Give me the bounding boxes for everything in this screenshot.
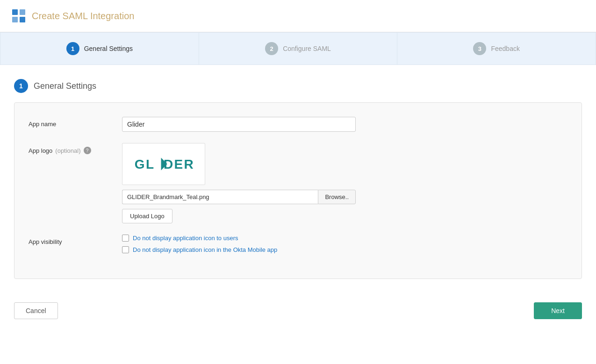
next-button[interactable]: Next (534, 302, 582, 319)
step-1[interactable]: 1 General Settings (0, 33, 199, 64)
app-visibility-control: Do not display application icon to users… (122, 235, 567, 253)
app-logo-row: App logo (optional) ? GL DER Br (29, 143, 567, 223)
svg-text:GL: GL (135, 157, 155, 171)
logo-preview: GL DER (122, 143, 205, 185)
visibility-checkbox-1[interactable] (122, 235, 129, 242)
svg-rect-0 (12, 9, 18, 15)
svg-text:DER: DER (164, 157, 194, 171)
section-header: 1 General Settings (14, 79, 582, 93)
checkbox-row-2: Do not display application icon in the O… (122, 246, 567, 253)
visibility-checkbox-2-label[interactable]: Do not display application icon in the O… (133, 246, 277, 253)
form-card: App name App logo (optional) ? GL DER (14, 102, 582, 279)
svg-rect-2 (12, 17, 18, 22)
step-1-number: 1 (66, 42, 79, 55)
app-name-input[interactable] (122, 117, 356, 132)
steps-bar: 1 General Settings 2 Configure SAML 3 Fe… (0, 32, 596, 65)
svg-rect-3 (20, 17, 25, 22)
app-logo-label: App logo (optional) ? (29, 143, 122, 154)
section-number: 1 (14, 79, 28, 93)
app-name-row: App name (29, 117, 567, 132)
step-3[interactable]: 3 Feedback (397, 33, 596, 64)
browse-button[interactable]: Browse.. (318, 190, 356, 204)
app-visibility-row: App visibility Do not display applicatio… (29, 235, 567, 253)
glider-logo-svg: GL DER (131, 152, 196, 176)
step-2-number: 2 (265, 42, 278, 55)
visibility-checkbox-2[interactable] (122, 246, 129, 253)
cancel-button[interactable]: Cancel (14, 302, 58, 319)
okta-logo-icon (11, 8, 26, 23)
checkbox-row-1: Do not display application icon to users (122, 235, 567, 242)
footer-actions: Cancel Next (0, 293, 596, 328)
optional-text: (optional) (55, 147, 80, 154)
section-title: General Settings (34, 81, 96, 91)
page-title: Create SAML Integration (32, 11, 134, 21)
step-3-label: Feedback (491, 45, 519, 52)
file-name-input[interactable] (122, 190, 318, 204)
app-visibility-label: App visibility (29, 235, 122, 245)
step-2[interactable]: 2 Configure SAML (199, 33, 398, 64)
page-header: Create SAML Integration (0, 0, 596, 32)
step-1-label: General Settings (84, 45, 133, 52)
upload-logo-button[interactable]: Upload Logo (122, 209, 172, 223)
step-3-number: 3 (473, 42, 486, 55)
help-icon[interactable]: ? (84, 147, 91, 154)
file-input-row: Browse.. (122, 190, 356, 204)
svg-rect-1 (20, 9, 25, 15)
visibility-checkbox-1-label[interactable]: Do not display application icon to users (133, 235, 238, 242)
app-logo-control: GL DER Browse.. Upload Logo (122, 143, 567, 223)
app-name-control (122, 117, 567, 132)
main-content: 1 General Settings App name App logo (op… (0, 65, 596, 288)
step-2-label: Configure SAML (283, 45, 331, 52)
app-name-label: App name (29, 117, 122, 128)
